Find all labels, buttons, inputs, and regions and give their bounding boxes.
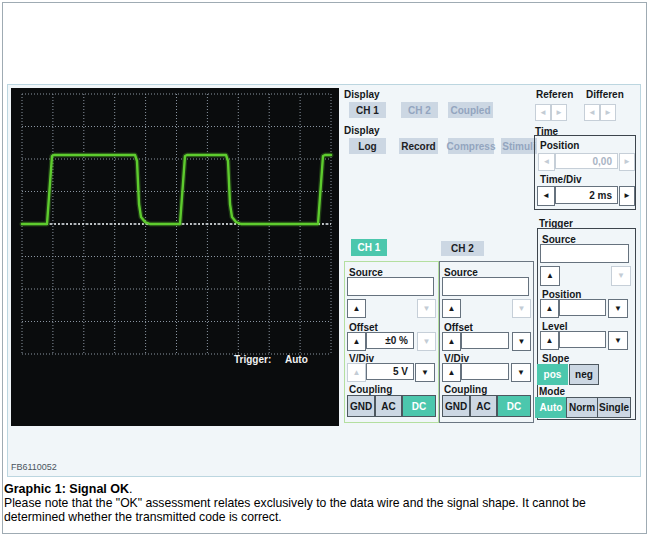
ch2-tab[interactable]: CH 2 (441, 241, 484, 256)
ch1-source-up-button[interactable]: ▲ (347, 299, 366, 318)
up-arrow-icon: ▲ (353, 305, 361, 313)
ch2-source-down-button[interactable]: ▼ (512, 299, 531, 318)
display-ch2-button[interactable]: CH 2 (401, 102, 438, 118)
up-arrow-icon: ▲ (546, 305, 554, 313)
ch1-tab[interactable]: CH 1 (351, 239, 387, 256)
ch2-vdiv-up-button[interactable]: ▲ (442, 363, 461, 382)
trigger-position-up-button[interactable]: ▲ (540, 299, 559, 318)
down-arrow-icon: ▼ (421, 369, 429, 377)
difference-next-button[interactable]: ► (600, 104, 616, 121)
screenshot-root: Trigger: Auto FB6110052 Display CH 1 CH … (0, 0, 649, 538)
display-coupled-button[interactable]: Coupled (448, 102, 493, 118)
log-button[interactable]: Log (349, 138, 386, 154)
ch2-vdiv-down-button[interactable]: ▼ (511, 363, 531, 382)
trigger-status-label: Trigger: (234, 354, 271, 365)
down-arrow-icon: ▼ (518, 338, 526, 346)
down-arrow-icon: ▼ (423, 338, 431, 346)
down-arrow-icon: ▼ (517, 369, 525, 377)
down-arrow-icon: ▼ (614, 305, 622, 313)
down-arrow-icon: ▼ (617, 272, 625, 280)
up-arrow-icon: ▲ (546, 337, 554, 345)
display-channels-label: Display (344, 89, 380, 100)
display-ch1-button[interactable]: CH 1 (349, 102, 386, 118)
trigger-level-up-button[interactable]: ▲ (540, 331, 559, 350)
caption-title: Graphic 1: Signal OK. (4, 482, 647, 496)
caption-title-period: . (129, 482, 132, 496)
compress-button[interactable]: Compress (448, 138, 494, 154)
ch1-offset-up-button[interactable]: ▲ (347, 332, 366, 351)
trigger-source-up-button[interactable]: ▲ (540, 266, 560, 286)
left-arrow-icon: ◄ (542, 192, 550, 200)
time-position-right-button[interactable]: ► (619, 153, 635, 171)
stimuli-button[interactable]: Stimuli (501, 138, 537, 154)
figure-id: FB6110052 (11, 462, 57, 472)
ch2-coupling-dc-button[interactable]: DC (497, 395, 531, 417)
ch1-coupling-dc-button[interactable]: DC (402, 395, 436, 417)
slope-pos-button[interactable]: pos (537, 364, 568, 385)
trigger-mode-label: Mode (539, 386, 565, 397)
left-arrow-icon: ◄ (588, 109, 596, 117)
ch1-offset-value[interactable]: ±0 % (366, 332, 414, 349)
ch2-offset-down-button[interactable]: ▼ (512, 332, 531, 351)
ch1-source-input[interactable] (347, 277, 434, 296)
ch1-vdiv-up-button[interactable]: ▲ (347, 363, 366, 382)
ch2-coupling-label: Coupling (444, 384, 487, 395)
timediv-value[interactable]: 2 ms (555, 186, 618, 204)
ch2-coupling-ac-button[interactable]: AC (470, 395, 497, 417)
trigger-level-value[interactable] (559, 331, 606, 348)
down-arrow-icon: ▼ (423, 305, 431, 313)
ch2-source-input[interactable] (442, 277, 529, 296)
ch2-vdiv-value[interactable] (461, 363, 509, 380)
trigger-position-down-button[interactable]: ▼ (608, 299, 628, 318)
slope-neg-button[interactable]: neg (569, 364, 599, 385)
trigger-source-input[interactable] (540, 244, 629, 263)
scope-waveform (11, 88, 339, 426)
ch1-coupling-gnd-button[interactable]: GND (347, 395, 375, 417)
ch1-vdiv-down-button[interactable]: ▼ (415, 363, 435, 382)
timediv-right-button[interactable]: ► (619, 186, 635, 206)
record-button[interactable]: Record (399, 138, 438, 154)
time-position-left-button[interactable]: ◄ (538, 153, 555, 171)
timediv-label: Time/Div (540, 174, 582, 185)
trigger-slope-label: Slope (542, 353, 569, 364)
difference-label: Differen (586, 89, 624, 100)
mode-auto-button[interactable]: Auto (535, 397, 567, 418)
reference-prev-button[interactable]: ◄ (535, 104, 551, 121)
ch1-source-down-button[interactable]: ▼ (417, 299, 436, 318)
ch1-coupling-label: Coupling (349, 384, 392, 395)
up-arrow-icon: ▲ (448, 305, 456, 313)
display-modes-label: Display (344, 125, 380, 136)
reference-next-button[interactable]: ► (551, 104, 567, 121)
reference-label: Referen (536, 89, 573, 100)
ch1-offset-down-button[interactable]: ▼ (417, 332, 436, 351)
ch2-coupling-gnd-button[interactable]: GND (442, 395, 470, 417)
up-arrow-icon: ▲ (353, 369, 361, 377)
ch1-coupling-ac-button[interactable]: AC (375, 395, 402, 417)
timediv-left-button[interactable]: ◄ (537, 186, 555, 206)
trigger-status-value: Auto (285, 354, 308, 365)
up-arrow-icon: ▲ (448, 369, 456, 377)
left-arrow-icon: ◄ (543, 158, 551, 166)
ch2-offset-up-button[interactable]: ▲ (442, 332, 461, 351)
ch2-source-up-button[interactable]: ▲ (442, 299, 461, 318)
ch2-offset-value[interactable] (461, 332, 509, 349)
scope-display: Trigger: Auto (11, 88, 339, 426)
right-arrow-icon: ► (604, 109, 612, 117)
right-arrow-icon: ► (623, 158, 631, 166)
trigger-position-value[interactable] (559, 299, 606, 316)
down-arrow-icon: ▼ (614, 337, 622, 345)
caption-body: Please note that the "OK" assessment rel… (4, 497, 647, 524)
mode-norm-button[interactable]: Norm (566, 397, 598, 418)
mode-single-button[interactable]: Single (597, 397, 631, 418)
difference-prev-button[interactable]: ◄ (584, 104, 600, 121)
time-position-label: Position (540, 140, 579, 151)
up-arrow-icon: ▲ (546, 272, 554, 280)
trigger-level-down-button[interactable]: ▼ (608, 331, 628, 350)
trigger-source-down-button[interactable]: ▼ (611, 266, 631, 286)
right-arrow-icon: ► (555, 109, 563, 117)
ch1-vdiv-value[interactable]: 5 V (366, 363, 414, 380)
oscilloscope-panel: Trigger: Auto FB6110052 Display CH 1 CH … (7, 84, 641, 477)
up-arrow-icon: ▲ (353, 338, 361, 346)
time-position-value[interactable]: 0,00 (555, 153, 618, 169)
up-arrow-icon: ▲ (448, 338, 456, 346)
